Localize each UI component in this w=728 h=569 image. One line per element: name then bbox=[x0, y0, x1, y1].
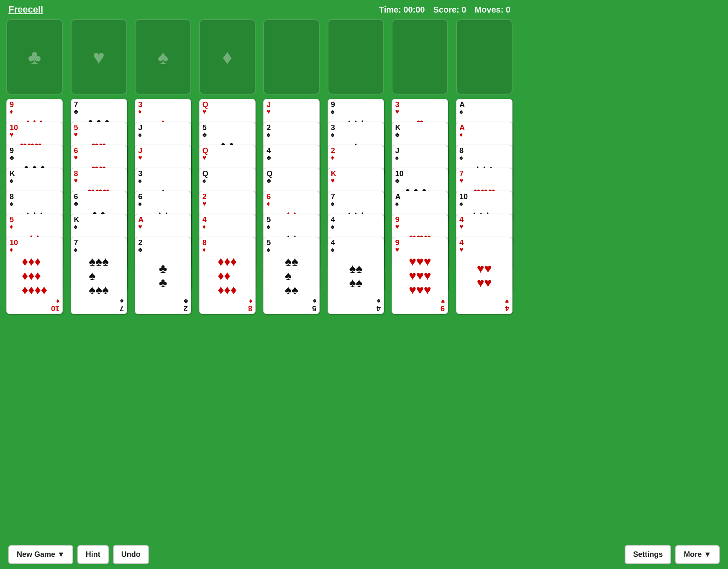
top-row: ♣ ♥ ♠ ♦ bbox=[6, 19, 513, 95]
card[interactable]: 9♥ ♥♥♥♥♥♥♥♥♥ 9♥ bbox=[392, 237, 448, 314]
game-stats: Time: 00:00 Score: 0 Moves: 0 bbox=[379, 5, 510, 15]
free-cell-4[interactable]: ♦ bbox=[199, 19, 256, 95]
card[interactable]: 2♣ ♣♣ 2♣ bbox=[135, 237, 191, 314]
foundation-3[interactable] bbox=[392, 19, 448, 95]
card[interactable]: 5♠ ♠♠♠♠♠ 5♠ bbox=[263, 237, 320, 314]
column-6: 9♠ ♠♠♠♠♠♠♠♠♠ 9♠ 3♠ ♠♠♠ 3♠ 2♦ ♦♦ 2♦ K♥ ♔ … bbox=[328, 99, 384, 314]
card[interactable]: 7♠ ♠♠♠♠♠♠♠ 7♠ bbox=[71, 237, 127, 314]
foundation-1[interactable] bbox=[263, 19, 320, 95]
column-3: 3♦ ♦♦♦ 3♦ J♠ ♞ J♠ J♥ ♞ J♥ 3♠ ♠♠♠ 3♠ 6♠ ♠ bbox=[135, 99, 191, 314]
diamonds-icon: ♦ bbox=[222, 46, 233, 69]
spades-icon: ♠ bbox=[158, 46, 169, 69]
hearts-icon: ♥ bbox=[93, 46, 105, 69]
card[interactable]: 4♥ ♥♥♥♥ 4♥ bbox=[456, 237, 513, 314]
column-4: Q♥ ♛ Q♥ 5♣ ♣♣♣♣♣ 5♣ Q♥ ♛ Q♥ Q♠ ♛ Q♠ 2♥ ♥ bbox=[199, 99, 256, 314]
card[interactable]: 10♦ ♦♦♦♦♦♦♦♦♦♦ 10♦ bbox=[6, 237, 63, 314]
clubs-icon: ♣ bbox=[28, 46, 41, 69]
free-cell-1[interactable]: ♣ bbox=[6, 19, 63, 95]
time-display: Time: 00:00 bbox=[379, 5, 425, 15]
free-cell-2[interactable]: ♥ bbox=[71, 19, 127, 95]
foundation-2[interactable] bbox=[328, 19, 384, 95]
game-title[interactable]: Freecell bbox=[8, 4, 43, 15]
score-display: Score: 0 bbox=[433, 5, 466, 15]
foundation-4[interactable] bbox=[456, 19, 513, 95]
card[interactable]: 8♦ ♦♦♦♦♦♦♦♦ 8♦ bbox=[199, 237, 256, 314]
game-area: ♣ ♥ ♠ ♦ 9♦ ♦♦♦♦♦♦♦♦♦ 9♦ 10♥ ♥♥♥♥♥♥♥♥♥♥ bbox=[0, 19, 519, 314]
column-7: 3♥ ♥♥♥ 3♥ K♣ ♔ K♣ J♠ ♞ J♠ 10♣ ♣♣♣♣♣♣♣♣♣♣… bbox=[392, 99, 448, 314]
card[interactable]: 4♠ ♠♠♠♠ 4♠ bbox=[328, 237, 384, 314]
moves-display: Moves: 0 bbox=[474, 5, 510, 15]
column-8: A♠ ♠ A♠ A♦ ♦ A♦ 8♠ ♠♠♠♠♠♠♠♠ 8♠ 7♥ ♥♥♥♥♥♥… bbox=[456, 99, 513, 314]
column-5: J♥ ♞ J♥ 2♠ ♠♠ 2♠ 4♣ ♣♣♣♣ 4♣ Q♣ ♛ Q♣ 6♦ ♦ bbox=[263, 99, 320, 314]
column-1: 9♦ ♦♦♦♦♦♦♦♦♦ 9♦ 10♥ ♥♥♥♥♥♥♥♥♥♥ 10♥ 9♣ ♣♣… bbox=[6, 99, 63, 314]
free-cell-3[interactable]: ♠ bbox=[135, 19, 191, 95]
columns: 9♦ ♦♦♦♦♦♦♦♦♦ 9♦ 10♥ ♥♥♥♥♥♥♥♥♥♥ 10♥ 9♣ ♣♣… bbox=[6, 99, 513, 314]
column-2: 7♣ ♣♣♣♣♣♣♣ 7♣ 5♥ ♥♥♥♥♥ 5♥ 6♥ ♥♥♥♥♥♥ 6♥ 8… bbox=[71, 99, 127, 314]
header: Freecell Time: 00:00 Score: 0 Moves: 0 bbox=[0, 0, 519, 19]
